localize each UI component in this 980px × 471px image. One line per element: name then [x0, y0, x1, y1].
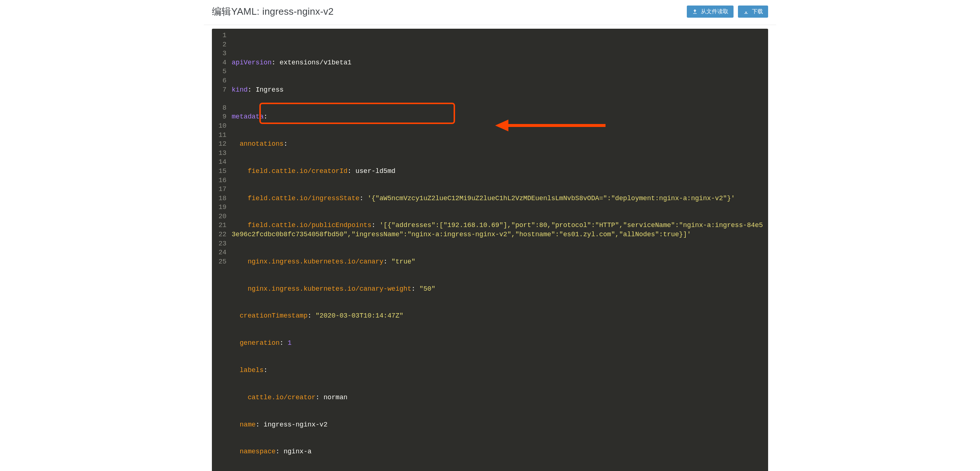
line-number: 13 [218, 149, 227, 158]
page-title: 编辑YAML: ingress-nginx-v2 [212, 5, 334, 18]
download-button[interactable]: 下载 [738, 6, 768, 18]
code-line[interactable]: field.cattle.io/publicEndpoints: '[{"add… [232, 221, 764, 239]
code-line[interactable]: field.cattle.io/ingressState: '{"aW5ncmV… [232, 194, 764, 203]
line-number: 4 [218, 58, 227, 67]
line-number: 23 [218, 239, 227, 248]
line-number: 21 [218, 221, 227, 230]
title-object: ingress-nginx-v2 [262, 6, 334, 17]
line-number: 12 [218, 140, 227, 149]
editor-wrap: 1234567891011121314151617181920212223242… [204, 25, 776, 471]
line-number: 24 [218, 248, 227, 257]
line-number: 15 [218, 167, 227, 176]
line-number: 19 [218, 203, 227, 212]
code-line[interactable]: nginx.ingress.kubernetes.io/canary-weigh… [232, 285, 764, 294]
line-number: 5 [218, 67, 227, 76]
line-number: 16 [218, 176, 227, 185]
line-number: 11 [218, 130, 227, 140]
line-number: 20 [218, 212, 227, 221]
line-number: 22 [218, 230, 227, 239]
line-number: 2 [218, 40, 227, 49]
title-prefix: 编辑YAML: [212, 6, 262, 17]
line-number: 18 [218, 194, 227, 203]
upload-icon [692, 9, 698, 15]
panel-header: 编辑YAML: ingress-nginx-v2 从文件读取 下载 [204, 0, 776, 25]
code-line[interactable]: apiVersion: extensions/v1beta1 [232, 58, 764, 67]
line-number: 1 [218, 31, 227, 40]
code-line[interactable]: labels: [232, 366, 764, 375]
code-area[interactable]: apiVersion: extensions/v1beta1 kind: Ing… [230, 29, 768, 471]
line-number: 7 [218, 85, 227, 103]
line-number: 9 [218, 112, 227, 121]
code-line[interactable]: field.cattle.io/creatorId: user-ld5md [232, 167, 764, 176]
line-number: 14 [218, 158, 227, 167]
code-line[interactable]: namespace: nginx-a [232, 447, 764, 456]
code-line[interactable]: kind: Ingress [232, 85, 764, 95]
download-icon [743, 9, 749, 15]
read-from-file-button[interactable]: 从文件读取 [687, 6, 733, 18]
line-number: 10 [218, 121, 227, 130]
download-label: 下载 [752, 8, 763, 15]
code-line[interactable]: cattle.io/creator: norman [232, 393, 764, 402]
code-line[interactable]: creationTimestamp: "2020-03-03T10:14:47Z… [232, 311, 764, 320]
line-number: 17 [218, 185, 227, 194]
line-number: 8 [218, 103, 227, 113]
line-gutter: 1234567891011121314151617181920212223242… [212, 29, 230, 471]
header-actions: 从文件读取 下载 [687, 6, 768, 18]
yaml-edit-panel: { "header": { "title_prefix": "编辑YAML: "… [204, 0, 776, 471]
code-line[interactable]: name: ingress-nginx-v2 [232, 420, 764, 430]
yaml-editor[interactable]: 1234567891011121314151617181920212223242… [212, 29, 768, 471]
read-from-file-label: 从文件读取 [701, 8, 729, 15]
code-line[interactable]: metadata: [232, 112, 764, 121]
line-number: 25 [218, 257, 227, 266]
code-line[interactable]: annotations: [232, 140, 764, 149]
line-number: 3 [218, 49, 227, 58]
code-line[interactable]: nginx.ingress.kubernetes.io/canary: "tru… [232, 257, 764, 266]
code-line[interactable]: generation: 1 [232, 339, 764, 348]
line-number: 6 [218, 76, 227, 85]
